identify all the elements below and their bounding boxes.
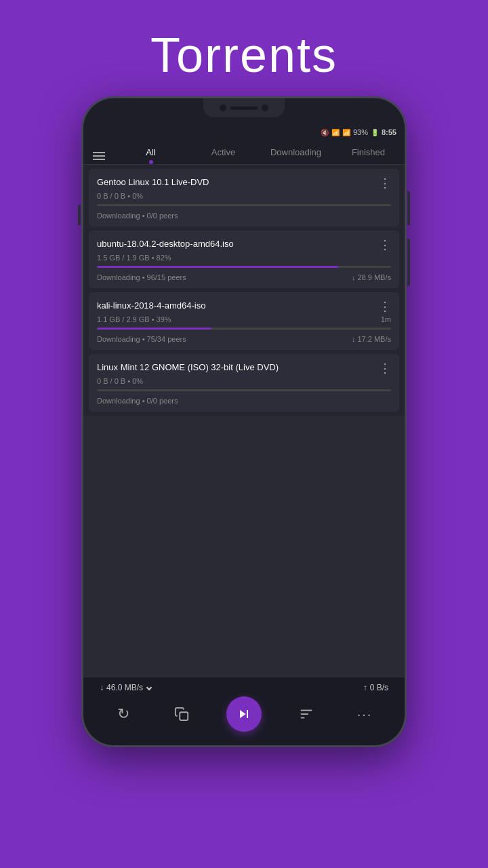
sort-button[interactable] — [293, 701, 320, 728]
torrent-status: Downloading • 96/15 peers — [97, 273, 186, 281]
torrent-more-button[interactable]: ⋮ — [379, 239, 391, 251]
upload-speed: ↑ 0 B/s — [363, 683, 388, 692]
torrent-header: Linux Mint 12 GNOME (ISO) 32-bit (Live D… — [97, 362, 391, 374]
torrent-name: Linux Mint 12 GNOME (ISO) 32-bit (Live D… — [97, 362, 373, 372]
torrent-more-button[interactable]: ⋮ — [379, 300, 391, 313]
volume-button — [78, 205, 81, 225]
wifi-icon: 📶 — [331, 129, 340, 136]
bixby-button — [407, 239, 410, 286]
download-speed-value: 46.0 MB/s — [106, 683, 143, 692]
bottom-toolbar: ↓ 46.0 MB/s ↑ 0 B/s ↻ — [83, 677, 405, 745]
status-bar: 🔇 📶 📶 93% 🔋 8:55 — [83, 123, 405, 142]
torrent-speed: ↓ 28.9 MB/s — [352, 273, 391, 281]
copy-button[interactable] — [168, 701, 195, 728]
torrent-more-button[interactable]: ⋮ — [379, 177, 391, 189]
tab-finished[interactable]: Finished — [332, 147, 405, 164]
mute-icon: 🔇 — [321, 129, 329, 136]
bottom-actions: ↻ — [83, 692, 405, 732]
menu-icon[interactable] — [83, 152, 115, 160]
power-button — [407, 191, 410, 225]
progress-bar — [97, 328, 391, 330]
refresh-button[interactable]: ↻ — [110, 701, 137, 728]
upload-speed-value: 0 B/s — [370, 683, 388, 692]
camera-area — [203, 98, 285, 117]
speed-bar: ↓ 46.0 MB/s ↑ 0 B/s — [83, 677, 405, 692]
torrent-footer: Downloading • 0/0 peers — [97, 212, 391, 220]
play-pause-button[interactable] — [226, 696, 262, 732]
torrent-size: 0 B / 0 B • 0% — [97, 192, 391, 200]
torrent-item: Linux Mint 12 GNOME (ISO) 32-bit (Live D… — [89, 354, 399, 412]
status-icons: 🔇 📶 📶 93% 🔋 8:55 — [321, 128, 396, 136]
torrent-eta: 1m — [381, 315, 391, 323]
torrent-name: ubuntu-18.04.2-desktop-amd64.iso — [97, 239, 373, 249]
torrent-item: Gentoo Linux 10.1 Live-DVD ⋮ 0 B / 0 B •… — [89, 169, 399, 226]
progress-fill — [97, 328, 211, 330]
tab-active[interactable]: Active — [187, 147, 260, 164]
battery-icon: 🔋 — [371, 129, 379, 136]
torrent-header: kali-linux-2018-4-amd64-iso ⋮ — [97, 300, 391, 313]
torrent-size: 1.1 GB / 2.9 GB • 39% — [97, 315, 171, 323]
svg-rect-0 — [180, 712, 188, 720]
chevron-down-icon — [146, 685, 152, 690]
torrent-header: Gentoo Linux 10.1 Live-DVD ⋮ — [97, 177, 391, 189]
download-speed: ↓ 46.0 MB/s — [100, 683, 151, 692]
torrent-footer: Downloading • 75/34 peers ↓ 17.2 MB/s — [97, 335, 391, 343]
tabs-container: All Active Downloading Finished — [115, 147, 405, 164]
progress-fill — [97, 266, 338, 268]
torrent-name: kali-linux-2018-4-amd64-iso — [97, 300, 373, 311]
speaker-slot — [230, 106, 258, 110]
page-title: Torrents — [150, 27, 338, 83]
torrent-size: 0 B / 0 B • 0% — [97, 377, 391, 385]
torrent-speed: ↓ 17.2 MB/s — [352, 335, 391, 343]
download-speed-icon: ↓ — [100, 683, 104, 692]
signal-icon: 📶 — [342, 129, 350, 136]
torrent-size-eta-row: 1.1 GB / 2.9 GB • 39% 1m — [97, 315, 391, 323]
progress-bar — [97, 204, 391, 206]
torrent-header: ubuntu-18.04.2-desktop-amd64.iso ⋮ — [97, 239, 391, 251]
more-button[interactable]: ··· — [351, 701, 378, 728]
torrent-item: ubuntu-18.04.2-desktop-amd64.iso ⋮ 1.5 G… — [89, 231, 399, 288]
torrent-status: Downloading • 0/0 peers — [97, 397, 178, 405]
camera-dot — [220, 104, 226, 111]
torrent-status: Downloading • 0/0 peers — [97, 212, 178, 220]
torrent-footer: Downloading • 0/0 peers — [97, 397, 391, 405]
tab-downloading[interactable]: Downloading — [260, 147, 332, 164]
torrent-status: Downloading • 75/34 peers — [97, 335, 186, 343]
progress-bar — [97, 389, 391, 391]
torrent-footer: Downloading • 96/15 peers ↓ 28.9 MB/s — [97, 273, 391, 281]
battery-text: 93% — [353, 128, 368, 136]
progress-bar — [97, 266, 391, 268]
phone-device: 🔇 📶 📶 93% 🔋 8:55 All Active Downloading … — [81, 96, 407, 747]
torrent-list: Gentoo Linux 10.1 Live-DVD ⋮ 0 B / 0 B •… — [83, 165, 405, 416]
torrent-name: Gentoo Linux 10.1 Live-DVD — [97, 177, 373, 187]
upload-speed-icon: ↑ — [363, 683, 367, 692]
time-display: 8:55 — [382, 128, 396, 136]
front-camera — [262, 104, 268, 111]
torrent-size: 1.5 GB / 1.9 GB • 82% — [97, 254, 391, 262]
torrent-more-button[interactable]: ⋮ — [379, 362, 391, 374]
tab-all[interactable]: All — [115, 147, 187, 164]
tabs-bar: All Active Downloading Finished — [83, 142, 405, 165]
phone-top-bar — [83, 98, 405, 123]
torrent-item: kali-linux-2018-4-amd64-iso ⋮ 1.1 GB / 2… — [89, 292, 399, 350]
